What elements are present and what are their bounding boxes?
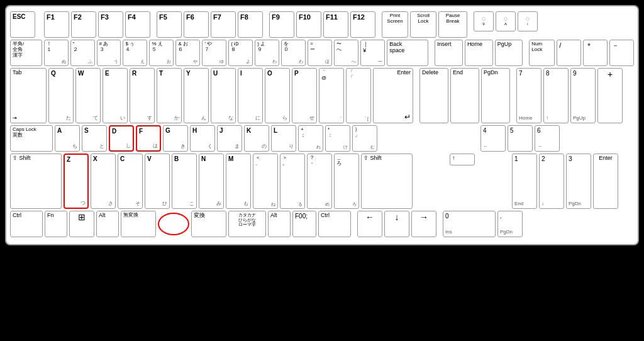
right-alt-key[interactable]: Alt: [268, 211, 291, 237]
f4-key[interactable]: F4: [125, 11, 150, 38]
f8-key[interactable]: F8: [238, 11, 263, 38]
f3-key[interactable]: F3: [98, 11, 123, 38]
key-period[interactable]: ＞。 る: [280, 154, 305, 209]
key-s[interactable]: S と: [82, 125, 107, 152]
numpad-6[interactable]: 6 →: [535, 125, 560, 152]
right-ctrl-key[interactable]: Ctrl: [318, 211, 351, 237]
numpad-plus[interactable]: +: [597, 68, 623, 123]
numpad-minus[interactable]: －: [609, 40, 634, 66]
print-screen-key[interactable]: PrintScreen: [382, 11, 408, 38]
key-7[interactable]: ' や７ ゆ: [202, 40, 226, 66]
key-o[interactable]: O ら: [265, 68, 290, 123]
f9-key[interactable]: F9: [269, 11, 294, 38]
numpad-4[interactable]: 4 ←: [480, 125, 506, 152]
pause-break-key[interactable]: PauseBreak: [438, 11, 467, 38]
key-0[interactable]: を０ わ: [281, 40, 306, 66]
key-a[interactable]: A ち: [55, 125, 80, 152]
key-i[interactable]: I に: [238, 68, 263, 123]
numpad-0[interactable]: 0 Ins: [443, 211, 496, 237]
delete-key[interactable]: Delete: [419, 68, 448, 123]
key-b[interactable]: B こ: [172, 154, 197, 209]
key-z[interactable]: Z つ: [64, 154, 89, 209]
home-key[interactable]: Home: [465, 40, 493, 66]
windows-key[interactable]: ⊞: [69, 211, 94, 237]
key-c[interactable]: C そ: [118, 154, 143, 209]
key-v[interactable]: V ひ: [145, 154, 170, 209]
katakana-key[interactable]: カタカナひらがなローマ字: [228, 211, 266, 237]
arrow-right-key[interactable]: →: [411, 211, 436, 237]
muhenkan-key[interactable]: 無変換: [121, 211, 156, 237]
key-3[interactable]: # あ３ う: [97, 40, 121, 66]
key-d[interactable]: D し: [109, 125, 134, 152]
numpad-2[interactable]: 2 ↓: [539, 154, 564, 209]
numpad-9[interactable]: 9 PgUp: [570, 68, 596, 123]
f1-key[interactable]: F1: [44, 11, 69, 38]
left-alt-key[interactable]: Alt: [96, 211, 119, 237]
f7-key[interactable]: F7: [211, 11, 236, 38]
f11-key[interactable]: F11: [323, 11, 348, 38]
key-p[interactable]: P せ: [292, 68, 317, 123]
key-e[interactable]: E い: [103, 68, 128, 123]
enter-key[interactable]: Enter ↵: [373, 68, 413, 123]
key-bracket-open[interactable]: 「「 ゜ [: [346, 68, 371, 123]
numpad-7[interactable]: 7 Home: [516, 68, 541, 123]
key-q[interactable]: Q た: [48, 68, 74, 123]
key-m[interactable]: M も: [226, 154, 251, 209]
key-8[interactable]: ( ゆ８ よ: [228, 40, 253, 66]
key-caret[interactable]: 〜へ へ: [334, 40, 358, 66]
left-ctrl-key[interactable]: Ctrl: [10, 211, 43, 237]
num-lock-key[interactable]: NumLock: [529, 40, 555, 66]
key-x[interactable]: X さ: [91, 154, 116, 209]
key-u[interactable]: U な: [211, 68, 236, 123]
key-y[interactable]: Y ん: [184, 68, 209, 123]
f5-key[interactable]: F5: [157, 11, 182, 38]
numpad-enter[interactable]: Enter: [593, 154, 618, 209]
arrow-left-key[interactable]: ←: [357, 211, 382, 237]
fn-key[interactable]: Fn: [45, 211, 67, 237]
esc-key[interactable]: ESC: [10, 11, 35, 38]
page-down-key[interactable]: PgDn: [481, 68, 510, 123]
key-yen[interactable]: ｜¥ ー: [360, 40, 385, 66]
caps-lock-key[interactable]: Caps Lock英数: [10, 125, 53, 152]
key-at[interactable]: ｀@ ゛: [319, 68, 344, 123]
left-shift-key[interactable]: ⇧ Shift: [10, 154, 62, 209]
key-r[interactable]: R す: [130, 68, 155, 123]
key-colon[interactable]: *： け: [325, 125, 350, 152]
space-key[interactable]: [158, 213, 189, 235]
key-5[interactable]: % え５ お: [149, 40, 174, 66]
key-n[interactable]: N み: [199, 154, 224, 209]
numpad-dot[interactable]: . PgDn: [497, 211, 523, 237]
end-key[interactable]: End: [450, 68, 479, 123]
key-semicolon[interactable]: +； れ: [298, 125, 323, 152]
key-slash[interactable]: ？・ め: [307, 154, 332, 209]
key-4[interactable]: $ ぅ４ え: [123, 40, 147, 66]
page-up-key[interactable]: PgUp: [495, 40, 523, 66]
numpad-1[interactable]: 1 End: [512, 154, 537, 209]
right-shift-key[interactable]: ⇧ Shift: [361, 154, 413, 209]
key-t[interactable]: T か: [157, 68, 182, 123]
key-bracket-close[interactable]: ｝」 む: [352, 125, 377, 152]
henkan-key[interactable]: 変換: [191, 211, 226, 237]
key-k[interactable]: K の: [244, 125, 269, 152]
key-backslash[interactable]: ＿ろ ろ: [334, 154, 359, 209]
app-key[interactable]: F00;: [292, 211, 316, 237]
key-l[interactable]: L り: [271, 125, 296, 152]
key-w[interactable]: W て: [75, 68, 101, 123]
key-minus[interactable]: = ー ほ: [308, 40, 332, 66]
key-g[interactable]: G き: [163, 125, 188, 152]
key-comma[interactable]: ＜、 ね: [253, 154, 278, 209]
key-h[interactable]: H く: [190, 125, 215, 152]
f10-key[interactable]: F10: [296, 11, 321, 38]
numpad-5[interactable]: 5: [508, 125, 533, 152]
f2-key[interactable]: F2: [71, 11, 96, 38]
hankaku-key[interactable]: 半角/全角漢字: [10, 40, 42, 66]
tab-key[interactable]: Tab⇥: [10, 68, 47, 123]
f12-key[interactable]: F12: [350, 11, 375, 38]
key-j[interactable]: J ま: [217, 125, 242, 152]
numpad-slash[interactable]: /: [557, 40, 581, 66]
scroll-lock-key[interactable]: ScrollLock: [410, 11, 436, 38]
insert-key[interactable]: Insert: [435, 40, 463, 66]
key-6[interactable]: & お６ や: [175, 40, 200, 66]
key-1[interactable]: ！１ ぬ: [44, 40, 69, 66]
key-f[interactable]: F は: [136, 125, 161, 152]
